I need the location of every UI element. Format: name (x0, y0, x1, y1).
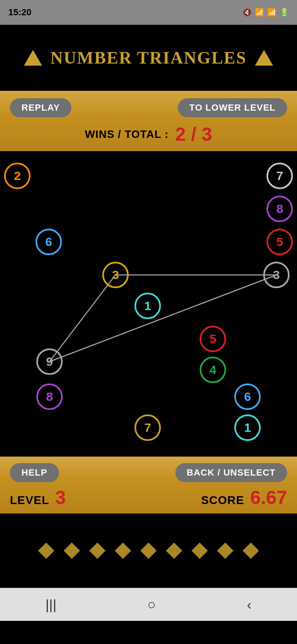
top-panel: REPLAY TO LOWER LEVEL WINS / TOTAL : 2 /… (0, 91, 297, 151)
triangle-icon-left (24, 50, 42, 66)
diamond-5 (140, 542, 157, 559)
back-unselect-button[interactable]: BACK / UNSELECT (175, 463, 287, 482)
bottom-panel: HELP BACK / UNSELECT LEVEL 3 SCORE 6.67 (0, 457, 297, 514)
wins-row: WINS / TOTAL : 2 / 3 (10, 123, 287, 145)
diamond-7 (191, 542, 208, 559)
button-row: REPLAY TO LOWER LEVEL (10, 98, 287, 117)
nav-home-button[interactable]: ○ (147, 597, 156, 613)
circle-c7[interactable]: 3 (263, 262, 290, 288)
score-display: SCORE 6.67 (201, 486, 287, 509)
circle-c1[interactable]: 2 (4, 163, 31, 189)
circle-c4[interactable]: 6 (35, 229, 62, 255)
level-score-row: LEVEL 3 SCORE 6.67 (10, 486, 287, 509)
circle-c13[interactable]: 6 (234, 384, 261, 410)
mute-icon: 🔇 (243, 8, 252, 17)
signal-icon: 📶 (267, 8, 276, 17)
app-title: NUMBER TRIANGLES (50, 48, 247, 68)
level-display: LEVEL 3 (10, 486, 66, 509)
score-label: SCORE (201, 494, 244, 507)
status-time: 15:20 (8, 7, 31, 18)
circle-c2[interactable]: 7 (266, 163, 293, 189)
status-icons: 🔇 📶 📶 🔋 (243, 8, 289, 17)
diamond-3 (89, 542, 106, 559)
diamond-1 (38, 542, 54, 559)
wins-label: WINS / TOTAL : (85, 128, 169, 141)
wins-value: 2 / 3 (175, 123, 212, 145)
circle-c8[interactable]: 1 (134, 293, 161, 319)
diamond-2 (64, 542, 80, 559)
circle-c3[interactable]: 8 (266, 196, 293, 222)
circle-c11[interactable]: 4 (200, 357, 226, 383)
triangle-icon-right (255, 50, 273, 66)
help-button[interactable]: HELP (10, 463, 59, 482)
to-lower-level-button[interactable]: TO LOWER LEVEL (178, 98, 287, 117)
game-area[interactable]: 278653315948671 (0, 151, 297, 457)
circle-c5[interactable]: 5 (266, 229, 293, 255)
diamond-6 (166, 542, 182, 559)
replay-button[interactable]: REPLAY (10, 98, 71, 117)
diamond-row (40, 545, 257, 556)
level-label: LEVEL (10, 494, 49, 507)
score-value: 6.67 (250, 487, 287, 508)
diamond-9 (243, 542, 259, 559)
status-bar: 15:20 🔇 📶 📶 🔋 (0, 0, 297, 25)
app-header: NUMBER TRIANGLES (0, 25, 297, 91)
diamond-4 (115, 542, 131, 559)
game-line-2 (50, 275, 276, 362)
diamond-8 (217, 542, 233, 559)
nav-back-button[interactable]: ||| (45, 597, 57, 613)
level-value: 3 (55, 487, 66, 508)
circle-c9[interactable]: 5 (200, 326, 226, 352)
circle-c15[interactable]: 1 (234, 414, 261, 441)
battery-icon: 🔋 (280, 8, 289, 17)
nav-prev-button[interactable]: ‹ (247, 597, 251, 613)
circle-c12[interactable]: 8 (36, 384, 63, 410)
circle-c14[interactable]: 7 (134, 414, 161, 441)
wifi-icon: 📶 (255, 8, 264, 17)
circle-c6[interactable]: 3 (102, 262, 129, 288)
bottom-btn-row: HELP BACK / UNSELECT (10, 463, 287, 482)
extra-black-area (0, 514, 297, 588)
circle-c10[interactable]: 9 (36, 348, 63, 375)
nav-bar: ||| ○ ‹ (0, 588, 297, 621)
